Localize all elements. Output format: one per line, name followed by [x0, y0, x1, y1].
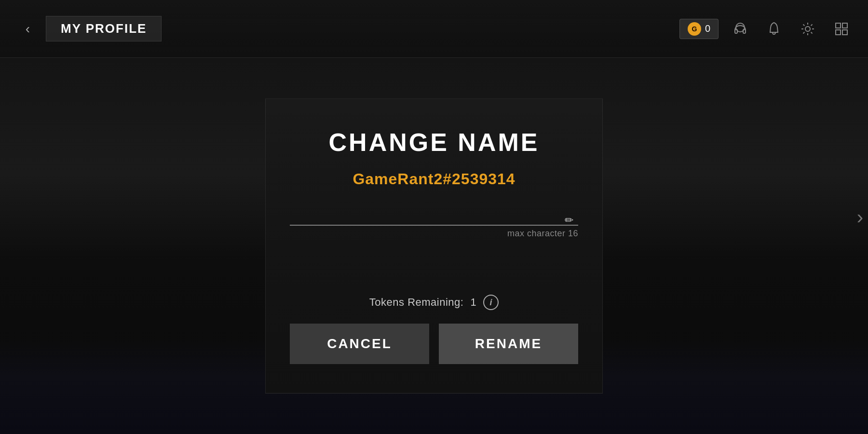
svg-rect-5 [842, 23, 847, 28]
svg-rect-7 [842, 30, 847, 35]
settings-icon[interactable] [796, 17, 820, 41]
rename-button[interactable]: RENAME [439, 324, 578, 364]
currency-icon: G [688, 22, 701, 36]
top-right-icons: G 0 [679, 17, 854, 41]
page-title-area: MY PROFILE [46, 16, 162, 41]
info-icon[interactable]: i [483, 295, 499, 310]
svg-rect-6 [836, 30, 841, 35]
page-title-bg: MY PROFILE [46, 16, 162, 41]
currency-amount: 0 [705, 23, 710, 34]
change-name-dialog: CHANGE NAME GameRant2#2539314 ✏ max char… [265, 98, 603, 393]
current-username: GameRant2#2539314 [353, 170, 515, 188]
svg-point-3 [805, 27, 810, 31]
back-arrow-icon: ‹ [26, 21, 30, 37]
tokens-count: 1 [470, 296, 476, 309]
top-bar: ‹ MY PROFILE G 0 [0, 0, 868, 58]
nav-arrow-right[interactable]: › [852, 197, 868, 238]
back-button[interactable]: ‹ [14, 15, 41, 42]
bell-icon[interactable] [762, 17, 786, 41]
right-arrow-icon: › [857, 206, 863, 228]
name-input[interactable] [290, 202, 578, 226]
svg-rect-4 [836, 23, 841, 28]
max-char-hint: max character 16 [290, 229, 578, 239]
tokens-row: Tokens Remaining: 1 i [369, 295, 499, 310]
page-title: MY PROFILE [61, 21, 147, 36]
headset-icon[interactable] [728, 17, 752, 41]
name-input-wrapper: ✏ max character 16 [290, 202, 578, 239]
currency-badge: G 0 [679, 19, 719, 39]
cancel-button[interactable]: CANCEL [290, 324, 429, 364]
grid-icon[interactable] [829, 17, 854, 41]
tokens-label: Tokens Remaining: [369, 296, 464, 309]
dialog-title: CHANGE NAME [329, 128, 540, 157]
button-row: CANCEL RENAME [290, 324, 578, 364]
dialog-overlay: CHANGE NAME GameRant2#2539314 ✏ max char… [0, 58, 868, 434]
